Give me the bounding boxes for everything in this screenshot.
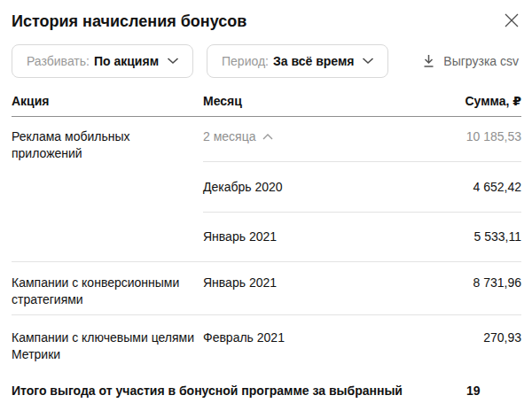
month-cell: Февраль 2021 [203,329,442,363]
split-by-label: Разбивать: [27,54,90,68]
chevron-up-icon [262,134,273,140]
page-title: История начисления бонусов [12,10,246,33]
total-label: Итого выгода от участия в бонусной прогр… [12,383,449,403]
month-label: 2 месяца [203,128,255,145]
period-label: Период: [222,54,269,68]
split-by-dropdown[interactable]: Разбивать: По акциям [12,44,193,78]
sum-cell: 270,93 [442,329,521,363]
period-value: За всё время [273,54,354,68]
table-row: Январь 2021 5 533,11 [12,213,521,262]
column-header-action: Акция [12,93,203,110]
export-csv-label: Выгрузка csv [443,54,519,68]
table-header-row: Акция Месяц Сумма, ₽ [12,78,521,117]
split-by-value: По акциям [94,54,159,68]
month-cell: Декабрь 2020 [203,162,442,213]
table-row: Декабрь 2020 4 652,42 [12,162,521,213]
download-icon [422,54,435,68]
sum-cell: 10 185,53 [442,128,521,162]
action-cell: Реклама мобильных приложений [12,128,203,162]
column-header-month: Месяц [203,93,442,110]
table-row: Кампании с конверсионными стратегиями Ян… [12,262,521,315]
modal-header: История начисления бонусов [12,10,521,33]
action-cell: Кампании с конверсионными стратегиями [12,275,203,308]
period-dropdown[interactable]: Период: За всё время [207,44,388,78]
close-button[interactable] [502,11,521,30]
total-sum: 19 188,41 [466,383,521,403]
toolbar: Разбивать: По акциям Период: За всё врем… [12,44,521,78]
month-cell: Январь 2021 [203,275,442,308]
bonus-table: Акция Месяц Сумма, ₽ Реклама мобильных п… [12,78,521,403]
bonus-history-modal: История начисления бонусов Разбивать: По… [0,0,532,403]
month-cell: Январь 2021 [203,213,442,261]
action-cell: Кампании с ключевыми целями Метрики [12,329,203,363]
sum-cell: 5 533,11 [442,213,521,261]
action-cell [12,213,203,261]
table-row: Реклама мобильных приложений 2 месяца 10… [12,117,521,162]
sum-cell: 8 731,96 [442,275,521,308]
export-csv-link[interactable]: Выгрузка csv [422,54,521,68]
action-cell [12,162,203,213]
table-footer-row: Итого выгода от участия в бонусной прогр… [12,383,521,403]
collapse-toggle[interactable]: 2 месяца [203,128,273,145]
column-header-sum: Сумма, ₽ [442,93,521,110]
close-icon [504,12,520,28]
table-row: Кампании с ключевыми целями Метрики Февр… [12,315,521,363]
chevron-down-icon [167,58,179,65]
sum-cell: 4 652,42 [442,162,521,213]
month-cell: 2 месяца [203,128,442,162]
chevron-down-icon [362,58,374,65]
